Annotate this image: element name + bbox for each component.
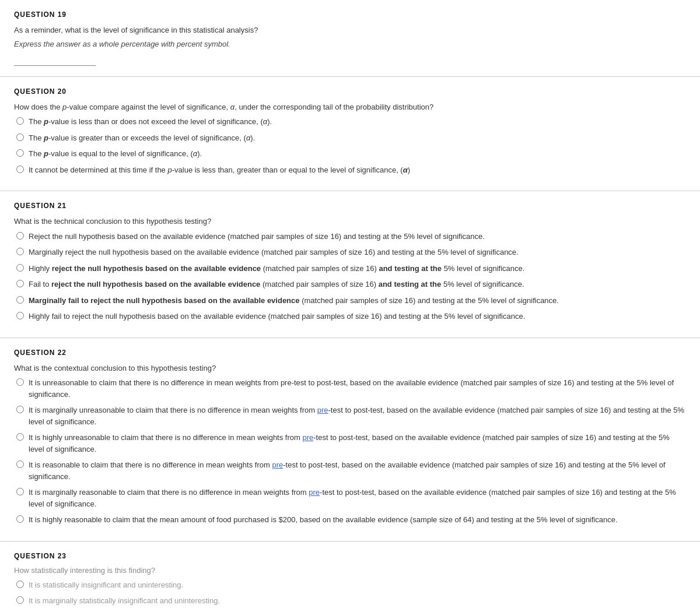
q21-option-6: Highly fail to reject the null hypothesi…: [16, 311, 686, 322]
q22-radio-6[interactable]: [16, 515, 24, 523]
q23-option-2: It is marginally statistically insignifi…: [16, 595, 686, 607]
question-21-text: What is the technical conclusion to this…: [14, 216, 686, 227]
q22-radio-1[interactable]: [16, 378, 24, 386]
q21-radio-1[interactable]: [16, 232, 24, 240]
q22-option-5: It is marginally reasonable to claim tha…: [16, 487, 686, 509]
question-20-text: How does the p-value compare against the…: [14, 101, 686, 113]
q21-radio-5[interactable]: [16, 296, 24, 304]
question-22-block: QUESTION 22 What is the contextual concl…: [0, 338, 700, 541]
q22-radio-2[interactable]: [16, 406, 24, 413]
question-19-text: As a reminder, what is the level of sign…: [14, 24, 686, 36]
q21-radio-3[interactable]: [16, 264, 24, 272]
q21-option-2: Marginally reject the null hypothesis ba…: [16, 247, 686, 258]
question-20-block: QUESTION 20 How does the p-value compare…: [0, 77, 700, 192]
q21-radio-4[interactable]: [16, 280, 24, 287]
q22-option-1: It is unreasonable to claim that there i…: [16, 377, 686, 400]
question-22-options: It is unreasonable to claim that there i…: [14, 377, 686, 526]
q21-option-3: Highly reject the null hypothesis based …: [16, 263, 686, 275]
q22-radio-3[interactable]: [16, 433, 24, 441]
q23-option-1: It is statistically insignificant and un…: [16, 579, 686, 591]
question-21-options: Reject the null hypothesis based on the …: [14, 231, 686, 322]
q22-option-2: It is marginally unreasonable to claim t…: [16, 405, 686, 427]
q21-option-1: Reject the null hypothesis based on the …: [16, 231, 686, 242]
question-19-subtext: Express the answer as a whole percentage…: [14, 40, 686, 48]
q20-option-2: The p-value is greater than or exceeds t…: [16, 132, 686, 144]
q20-option-3: The p-value is equal to the level of sig…: [16, 148, 686, 160]
q22-option-6: It is highly reasonable to claim that th…: [16, 514, 686, 526]
question-23-title: QUESTION 23: [14, 552, 686, 560]
question-23-block: QUESTION 23 How statistically interestin…: [0, 541, 700, 613]
q20-radio-2[interactable]: [16, 133, 24, 141]
q23-radio-1[interactable]: [16, 581, 24, 588]
q21-radio-6[interactable]: [16, 312, 24, 319]
q20-radio-4[interactable]: [16, 166, 24, 173]
q22-radio-5[interactable]: [16, 488, 24, 495]
q21-option-5: Marginally fail to reject the null hypot…: [16, 295, 686, 307]
q22-option-3: It is highly unreasonable to claim that …: [16, 432, 686, 455]
question-19-input[interactable]: [14, 54, 96, 66]
q23-radio-2[interactable]: [16, 596, 24, 604]
q20-option-1: The p-value is less than or does not exc…: [16, 116, 686, 128]
q21-radio-2[interactable]: [16, 248, 24, 255]
question-21-title: QUESTION 21: [14, 202, 686, 210]
question-20-title: QUESTION 20: [14, 87, 686, 96]
question-23-text: How statistically interesting is this fi…: [14, 566, 686, 575]
question-23-options: It is statistically insignificant and un…: [14, 579, 686, 613]
question-20-options: The p-value is less than or does not exc…: [14, 116, 686, 175]
q20-option-4: It cannot be determined at this time if …: [16, 164, 686, 176]
q22-option-4: It is reasonable to claim that there is …: [16, 459, 686, 482]
q20-radio-1[interactable]: [16, 117, 24, 125]
question-22-text: What is the contextual conclusion to thi…: [14, 363, 686, 374]
q20-radio-3[interactable]: [16, 149, 24, 157]
q21-option-4: Fail to reject the null hypothesis based…: [16, 279, 686, 290]
question-21-block: QUESTION 21 What is the technical conclu…: [0, 191, 700, 338]
question-19-title: QUESTION 19: [14, 10, 686, 19]
question-22-title: QUESTION 22: [14, 349, 686, 357]
question-19-block: QUESTION 19 As a reminder, what is the l…: [0, 0, 700, 77]
q22-radio-4[interactable]: [16, 460, 24, 468]
